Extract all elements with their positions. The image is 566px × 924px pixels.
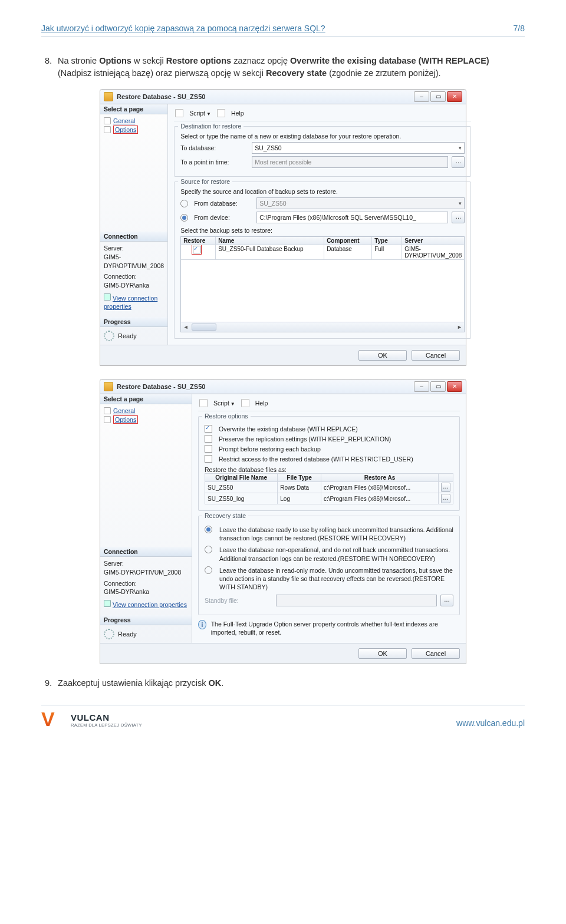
step8-overwrite-keyword: Overwrite the exising database (WITH REP…: [290, 56, 489, 65]
restrict-access-checkbox[interactable]: [205, 455, 212, 463]
cancel-button[interactable]: Cancel: [412, 648, 460, 659]
from-device-radio[interactable]: [180, 214, 188, 222]
connection-label: Connection:: [104, 272, 164, 281]
prompt-before-label: Prompt before restoring each backup: [219, 446, 321, 453]
restore-as-browse-row2[interactable]: …: [441, 494, 450, 503]
preserve-replication-checkbox[interactable]: [205, 435, 212, 443]
step9-after: .: [221, 678, 223, 688]
to-point-in-time-browse-button[interactable]: …: [452, 156, 465, 168]
grid-header-component: Component: [324, 237, 372, 245]
maximize-button[interactable]: ▭: [430, 91, 446, 102]
page-icon: [104, 416, 111, 423]
connection-value: GIM5-DYR\anka: [104, 588, 188, 596]
screenshot-restore-options: Restore Database - SU_ZS50 – ▭ ✕ Select …: [100, 379, 466, 664]
grid-cell-name: SU_ZS50-Full Database Backup: [216, 245, 324, 260]
recovery-with-norecovery-label: Leave the database non-operational, and …: [219, 546, 453, 562]
step8-number: 8.: [45, 55, 55, 67]
grid-cell-type: Full: [372, 245, 402, 260]
to-database-combobox[interactable]: SU_ZS50▾: [252, 142, 465, 154]
help-icon: [217, 109, 225, 117]
cancel-button[interactable]: Cancel: [412, 350, 460, 361]
backup-set-checkbox[interactable]: [193, 246, 200, 253]
doc-header-title[interactable]: Jak utworzyć i odtworzyć kopię zapasową …: [41, 24, 325, 33]
step8-text-part3: zaznacz opcję: [233, 56, 290, 65]
cell-ft-row1: Rows Data: [278, 482, 321, 493]
help-button[interactable]: Help: [255, 400, 268, 407]
server-label: Server:: [104, 244, 164, 253]
connection-props-icon: [104, 600, 111, 607]
vulcan-logo-text: VULCAN: [71, 712, 142, 722]
vulcan-logo: VULCAN RAZEM DLA LEPSZEJ OŚWIATY: [41, 710, 142, 728]
source-helptext: Specify the source and location of backu…: [180, 188, 465, 195]
grid-cell-component: Database: [324, 245, 372, 260]
restore-options-legend: Restore options: [202, 412, 251, 420]
window-title: Restore Database - SU_ZS50: [117, 93, 414, 100]
page-icon: [104, 117, 111, 124]
script-icon: [175, 109, 183, 117]
connection-value: GIM5-DYR\anka: [104, 281, 164, 290]
ok-button[interactable]: OK: [358, 648, 407, 659]
instruction-step-8: 8. Na stronie Options w sekcji Restore o…: [41, 55, 525, 80]
recovery-with-standby-radio[interactable]: [205, 566, 212, 574]
to-point-in-time-label: To a point in time:: [180, 159, 248, 166]
standby-file-field: [276, 595, 437, 606]
recovery-with-norecovery-radio[interactable]: [205, 546, 212, 553]
minimize-button[interactable]: –: [414, 381, 429, 392]
grid-header-type: Type: [372, 237, 402, 245]
to-point-in-time-field: Most recent possible: [252, 156, 448, 168]
from-device-browse-button[interactable]: …: [452, 212, 465, 223]
connection-label: Connection:: [104, 579, 188, 588]
restore-files-table[interactable]: Original File Name File Type Restore As …: [205, 473, 453, 504]
recovery-state-legend: Recovery state: [202, 512, 248, 519]
standby-file-browse-button[interactable]: …: [440, 595, 453, 606]
step8-options-keyword: Options: [99, 56, 131, 65]
view-connection-properties-link[interactable]: View connection properties: [104, 295, 157, 311]
close-button[interactable]: ✕: [447, 91, 462, 102]
standby-file-label: Standby file:: [205, 597, 272, 604]
help-button[interactable]: Help: [231, 110, 244, 117]
step9-ok-keyword: OK: [209, 678, 222, 688]
view-connection-properties-link[interactable]: View connection properties: [113, 601, 187, 608]
overwrite-label: Overwrite the existing database (WITH RE…: [219, 425, 358, 433]
overwrite-checkbox[interactable]: [205, 425, 212, 433]
restore-as-browse-row1[interactable]: …: [441, 483, 450, 492]
prompt-before-checkbox[interactable]: [205, 445, 212, 453]
script-dropdown[interactable]: Script▼: [189, 110, 211, 117]
progress-spinner-icon: [104, 629, 114, 639]
footer-url: www.vulcan.edu.pl: [456, 718, 525, 728]
step8-text-part4: (Nadpisz istniejącą bazę) oraz pierwszą …: [58, 68, 266, 78]
step9-text: Zaakceptuj ustawienia klikając przycisk: [58, 678, 208, 688]
from-database-radio[interactable]: [180, 200, 188, 207]
recovery-with-recovery-radio[interactable]: [205, 526, 212, 533]
grid-header-name: Name: [216, 237, 324, 245]
page-general-link[interactable]: General: [113, 117, 135, 124]
ok-button[interactable]: OK: [358, 350, 407, 361]
script-dropdown[interactable]: Script▼: [213, 400, 235, 407]
cell-ft-row2: Log: [278, 493, 321, 504]
backup-sets-grid[interactable]: Restore Name Component Type Server SU_ZS…: [180, 236, 465, 332]
maximize-button[interactable]: ▭: [430, 381, 446, 392]
step9-number: 9.: [45, 677, 55, 689]
page-options-link[interactable]: Options: [113, 415, 138, 424]
help-icon: [241, 399, 249, 407]
doc-header-page: 7/8: [514, 24, 525, 33]
page-general-link[interactable]: General: [113, 407, 135, 414]
screenshot-restore-general: Restore Database - SU_ZS50 – ▭ ✕ Select …: [100, 89, 466, 366]
minimize-button[interactable]: –: [414, 91, 429, 102]
vulcan-logo-subtext: RAZEM DLA LEPSZEJ OŚWIATY: [71, 722, 142, 728]
progress-spinner-icon: [104, 331, 114, 341]
grid-horizontal-scrollbar[interactable]: ◄►: [181, 322, 464, 332]
script-icon: [199, 399, 208, 407]
database-icon: [104, 382, 113, 391]
connection-props-icon: [104, 293, 111, 301]
step8-recovery-state-keyword: Recovery state: [266, 68, 327, 78]
connection-header: Connection: [100, 547, 192, 557]
cell-ra-row2: c:\Program Files (x86)\Microsof...: [321, 493, 439, 504]
database-icon: [104, 92, 113, 101]
step8-text-part1: Na stronie: [58, 56, 99, 65]
from-device-field[interactable]: C:\Program Files (x86)\Microsoft SQL Ser…: [256, 212, 448, 223]
select-page-header: Select a page: [100, 394, 192, 404]
page-options-link[interactable]: Options: [113, 126, 138, 134]
fulltext-info-text: The Full-Text Upgrade Option server prop…: [211, 620, 460, 636]
close-button[interactable]: ✕: [447, 381, 462, 392]
